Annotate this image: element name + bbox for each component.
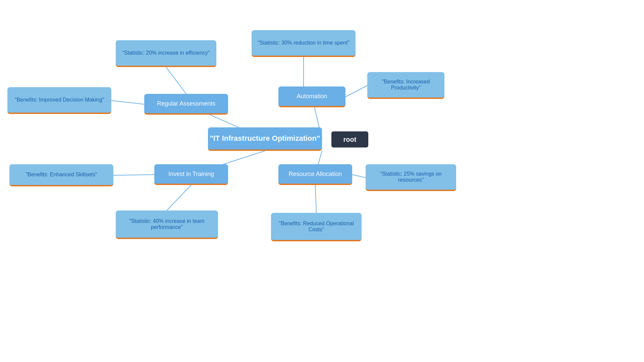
main-node[interactable]: "IT Infrastructure Optimization" — [208, 127, 322, 151]
stat-time-label: "Statistic: 30% reduction in time spent" — [258, 40, 350, 46]
benefit-costs-label: "Benefits: Reduced Operational Costs" — [274, 221, 359, 233]
invest-training-label: Invest in Training — [168, 171, 214, 178]
svg-line-10 — [352, 175, 366, 178]
svg-line-7 — [345, 85, 367, 97]
stat-efficiency-node[interactable]: "Statistic: 20% increase in efficiency" — [116, 40, 216, 67]
svg-line-9 — [167, 185, 191, 210]
resource-allocation-node[interactable]: Resource Allocation — [278, 164, 352, 185]
regular-assessments-label: Regular Assessments — [157, 100, 215, 107]
benefit-skillsets-label: "Benefits: Enhanced Skillsets" — [25, 172, 97, 178]
stat-efficiency-label: "Statistic: 20% increase in efficiency" — [122, 50, 210, 56]
automation-label: Automation — [297, 93, 327, 100]
stat-savings-node[interactable]: "Statistic: 25% savings on resources" — [366, 164, 456, 191]
main-label: "IT Infrastructure Optimization" — [210, 134, 320, 143]
stat-team-label: "Statistic: 40% increase in team perform… — [118, 218, 215, 230]
automation-node[interactable]: Automation — [278, 86, 345, 107]
benefit-decision-label: "Benefits: Improved Decision Making" — [15, 97, 104, 103]
regular-assessments-node[interactable]: Regular Assessments — [144, 94, 228, 115]
invest-training-node[interactable]: Invest in Training — [154, 164, 228, 185]
svg-line-5 — [111, 101, 144, 104]
benefit-costs-node[interactable]: "Benefits: Reduced Operational Costs" — [271, 213, 362, 241]
benefit-skillsets-node[interactable]: "Benefits: Enhanced Skillsets" — [9, 164, 113, 186]
svg-line-8 — [113, 175, 154, 175]
stat-team-node[interactable]: "Statistic: 40% increase in team perform… — [116, 210, 218, 239]
stat-savings-label: "Statistic: 25% savings on resources" — [368, 171, 453, 183]
stat-time-node[interactable]: "Statistic: 30% reduction in time spent" — [252, 30, 356, 57]
root-label: root — [343, 136, 357, 143]
root-node: root — [331, 131, 368, 147]
benefit-decision-node[interactable]: "Benefits: Improved Decision Making" — [7, 87, 111, 114]
benefit-productivity-label: "Benefits: Increased Productivity" — [370, 79, 442, 91]
svg-line-4 — [166, 67, 186, 94]
svg-line-11 — [315, 185, 316, 213]
resource-allocation-label: Resource Allocation — [288, 171, 342, 178]
benefit-productivity-node[interactable]: "Benefits: Increased Productivity" — [367, 72, 444, 99]
